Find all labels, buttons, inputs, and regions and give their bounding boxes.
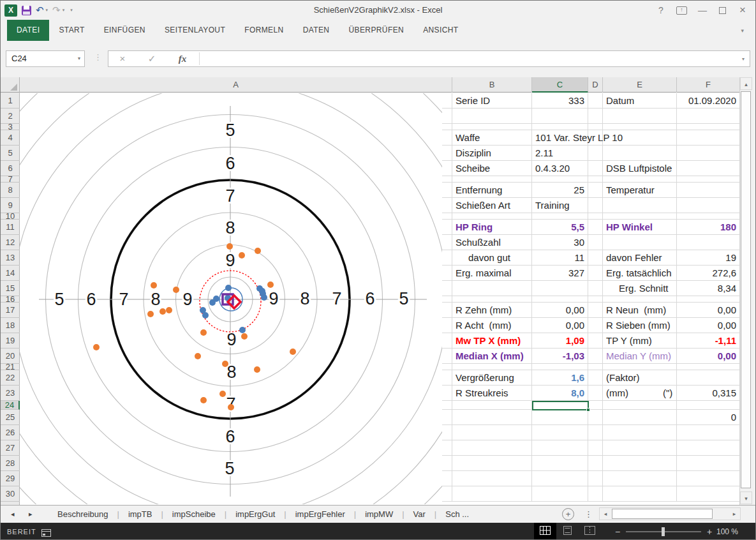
cell-B28[interactable] xyxy=(452,456,532,471)
formula-expand-icon[interactable]: ▾ xyxy=(742,56,745,62)
sheet-tab-impTB[interactable]: impTB xyxy=(119,506,161,523)
cell-A9[interactable] xyxy=(442,198,452,213)
cell-D24[interactable] xyxy=(588,401,603,410)
cell-B24[interactable] xyxy=(452,401,532,410)
cell-F6[interactable] xyxy=(677,161,740,176)
row-header-13[interactable]: 13 xyxy=(1,250,20,266)
cell-E28[interactable] xyxy=(603,456,677,471)
cell-F4[interactable] xyxy=(677,130,740,146)
cell-A23[interactable] xyxy=(442,386,452,401)
row-header-14[interactable]: 14 xyxy=(1,266,20,281)
ribbon-tab-datei[interactable]: DATEI xyxy=(7,20,49,41)
ribbon-collapse-icon[interactable]: ▾ xyxy=(741,27,744,34)
cell-D1[interactable] xyxy=(588,93,603,109)
cell-D23[interactable] xyxy=(588,386,603,401)
cell-C7[interactable] xyxy=(532,176,588,183)
ribbon-tab-ansicht[interactable]: ANSICHT xyxy=(413,20,468,41)
cell-A14[interactable] xyxy=(442,266,452,281)
ribbon-tab-formeln[interactable]: FORMELN xyxy=(235,20,293,41)
cell-D19[interactable] xyxy=(588,333,603,349)
cell-E24[interactable] xyxy=(603,401,677,410)
select-all-corner[interactable] xyxy=(1,77,20,93)
cell-D11[interactable] xyxy=(588,220,603,235)
cell-E29[interactable] xyxy=(603,471,677,486)
zoom-level[interactable]: 100 % xyxy=(716,523,738,540)
cell-A17[interactable] xyxy=(442,303,452,318)
row-header-1[interactable]: 1 xyxy=(1,93,20,109)
cell-D15[interactable] xyxy=(588,281,603,296)
column-header-A[interactable]: A xyxy=(20,77,452,93)
row-header-29[interactable]: 29 xyxy=(1,471,20,486)
row-header-16[interactable]: 16 xyxy=(1,296,20,303)
ribbon-tab-überprüfen[interactable]: ÜBERPRÜFEN xyxy=(339,20,413,41)
cell-F16[interactable] xyxy=(677,296,740,303)
cell-B30[interactable] xyxy=(452,486,532,502)
cell-D5[interactable] xyxy=(588,146,603,161)
zoom-in-icon[interactable]: + xyxy=(704,527,715,537)
page-break-view-icon[interactable] xyxy=(579,523,601,540)
ribbon-tab-seitenlayout[interactable]: SEITENLAYOUT xyxy=(155,20,235,41)
cell-B25[interactable] xyxy=(452,410,532,425)
row-header-7[interactable]: 7 xyxy=(1,176,20,183)
cell-C25[interactable] xyxy=(532,410,588,425)
cell-A13[interactable] xyxy=(442,250,452,266)
sheet-grid[interactable]: 1234567891011121314151617181920212223242… xyxy=(1,93,740,505)
cell-D13[interactable] xyxy=(588,250,603,266)
cell-A26[interactable] xyxy=(442,425,452,440)
insert-function-icon[interactable]: fx xyxy=(168,51,196,66)
cell-B15[interactable] xyxy=(452,281,532,296)
cell-F24[interactable] xyxy=(677,401,740,410)
cell-A1[interactable] xyxy=(442,93,452,109)
cell-F7[interactable] xyxy=(677,176,740,183)
cell-F9[interactable] xyxy=(677,198,740,213)
page-layout-view-icon[interactable] xyxy=(556,523,579,540)
row-header-21[interactable]: 21 xyxy=(1,364,20,370)
column-header-C[interactable]: C xyxy=(532,77,588,93)
cell-D29[interactable] xyxy=(588,471,603,486)
zoom-out-icon[interactable]: − xyxy=(612,527,623,537)
cell-E12[interactable] xyxy=(603,235,677,250)
cell-A8[interactable] xyxy=(442,183,452,198)
cell-A4[interactable] xyxy=(442,130,452,146)
cell-E3[interactable] xyxy=(603,124,677,130)
cell-F2[interactable] xyxy=(677,109,740,124)
zoom-slider-thumb[interactable] xyxy=(662,527,665,536)
cell-A29[interactable] xyxy=(442,471,452,486)
row-header-19[interactable]: 19 xyxy=(1,333,20,349)
cell-C2[interactable] xyxy=(532,109,588,124)
row-header-8[interactable]: 8 xyxy=(1,183,20,198)
cell-E25[interactable] xyxy=(603,410,677,425)
add-sheet-icon[interactable]: + xyxy=(562,508,574,520)
row-header-11[interactable]: 11 xyxy=(1,220,20,235)
row-header-10[interactable]: 10 xyxy=(1,213,20,220)
cell-B2[interactable] xyxy=(452,109,532,124)
cell-C27[interactable] xyxy=(532,440,588,456)
cell-E30[interactable] xyxy=(603,486,677,502)
cell-D6[interactable] xyxy=(588,161,603,176)
row-header-5[interactable]: 5 xyxy=(1,146,20,161)
cell-D12[interactable] xyxy=(588,235,603,250)
cell-C21[interactable] xyxy=(532,364,588,370)
cell-F30[interactable] xyxy=(677,486,740,502)
cell-C29[interactable] xyxy=(532,471,588,486)
cell-D25[interactable] xyxy=(588,410,603,425)
cell-A15[interactable] xyxy=(442,281,452,296)
sheet-tab-Beschreibung[interactable]: Beschreibung xyxy=(48,506,117,523)
macro-record-icon[interactable] xyxy=(41,528,51,539)
scroll-right-icon[interactable]: ▸ xyxy=(729,508,740,520)
row-header-24[interactable]: 24 xyxy=(1,401,20,410)
sheet-tab-impScheibe[interactable]: impScheibe xyxy=(163,506,225,523)
cell-D27[interactable] xyxy=(588,440,603,456)
cell-A25[interactable] xyxy=(442,410,452,425)
cell-E9[interactable] xyxy=(603,198,677,213)
cell-F22[interactable] xyxy=(677,370,740,386)
cell-A10[interactable] xyxy=(442,213,452,220)
horizontal-scroll-thumb[interactable] xyxy=(612,509,713,519)
cell-E26[interactable] xyxy=(603,425,677,440)
cell-A7[interactable] xyxy=(442,176,452,183)
cell-D28[interactable] xyxy=(588,456,603,471)
cell-A2[interactable] xyxy=(442,109,452,124)
row-header-26[interactable]: 26 xyxy=(1,425,20,440)
cell-B26[interactable] xyxy=(452,425,532,440)
name-box-dropdown-icon[interactable]: ▾ xyxy=(78,51,80,66)
